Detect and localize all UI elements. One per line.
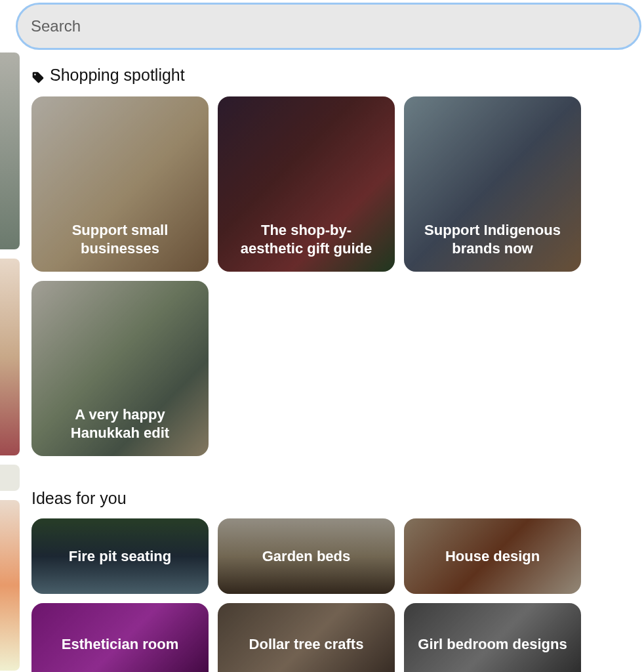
search-suggestions-panel: Shopping spotlight Support small busines… (31, 63, 637, 672)
spotlight-grid: Support small businesses The shop-by-aes… (31, 96, 637, 456)
idea-label: Dollar tree crafts (243, 636, 371, 653)
section-title: Ideas for you (31, 489, 127, 508)
spotlight-tile-hanukkah-edit[interactable]: A very happy Hanukkah edit (31, 281, 209, 456)
idea-tile-house-design[interactable]: House design (404, 518, 581, 594)
spotlight-tile-support-small-businesses[interactable]: Support small businesses (31, 96, 209, 272)
tile-label: Support Indigenous brands now (404, 221, 581, 272)
price-tag-icon (31, 69, 45, 82)
spotlight-tile-support-indigenous[interactable]: Support Indigenous brands now (404, 96, 581, 272)
search-input[interactable] (16, 3, 641, 50)
feed-thumbnail (0, 52, 20, 249)
idea-label: House design (439, 548, 546, 565)
feed-thumbnail (0, 465, 20, 491)
idea-tile-girl-bedroom-designs[interactable]: Girl bedroom designs (404, 603, 581, 672)
idea-label: Girl bedroom designs (411, 636, 573, 653)
tile-label: A very happy Hanukkah edit (31, 406, 209, 456)
feed-thumbnail (0, 500, 20, 671)
idea-label: Garden beds (256, 548, 357, 565)
section-ideas: Ideas for you Fire pit seating Garden be… (31, 489, 637, 672)
idea-label: Fire pit seating (62, 548, 178, 565)
section-title: Shopping spotlight (50, 66, 185, 85)
ideas-grid: Fire pit seating Garden beds House desig… (31, 518, 637, 672)
tile-label: The shop-by-aesthetic gift guide (218, 221, 395, 272)
idea-tile-garden-beds[interactable]: Garden beds (218, 518, 395, 594)
idea-label: Esthetician room (55, 636, 185, 653)
section-header-ideas: Ideas for you (31, 489, 637, 508)
search-bar (16, 3, 641, 50)
idea-tile-esthetician-room[interactable]: Esthetician room (31, 603, 209, 672)
feed-thumbnail (0, 259, 20, 455)
idea-tile-dollar-tree-crafts[interactable]: Dollar tree crafts (218, 603, 395, 672)
background-feed-strip (0, 52, 20, 672)
spotlight-tile-shop-by-aesthetic[interactable]: The shop-by-aesthetic gift guide (218, 96, 395, 272)
tile-label: Support small businesses (31, 221, 209, 272)
idea-tile-fire-pit-seating[interactable]: Fire pit seating (31, 518, 209, 594)
section-header-spotlight: Shopping spotlight (31, 66, 637, 85)
